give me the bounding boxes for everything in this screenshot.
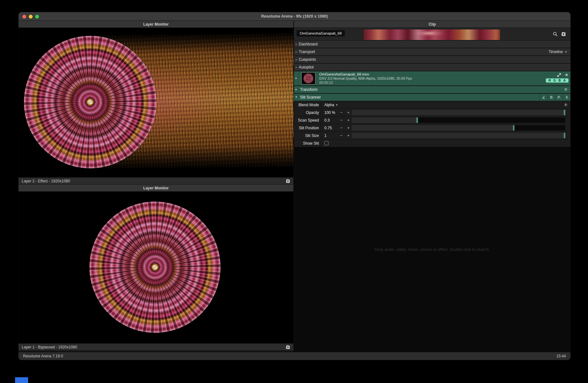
opacity-decrement-button[interactable]: − xyxy=(338,110,345,115)
param-slit-size: Slit Size 1 − + xyxy=(294,132,570,139)
clip-file-name: OmGaneshaGanapati_68.mov xyxy=(319,72,412,76)
layer-1-monitor-preview xyxy=(19,192,293,343)
clip-preview-filmstrip[interactable] xyxy=(364,29,500,40)
clip-file-info-row[interactable]: ▸ OmGaneshaGanapati_68.mov DXV 3.0 Norma… xyxy=(294,71,570,85)
expander-icon[interactable]: ▸ xyxy=(294,88,299,92)
scan-speed-slider[interactable] xyxy=(352,117,565,123)
slider-handle[interactable] xyxy=(416,117,418,123)
section-autopilot[interactable]: ▸ Autopilot xyxy=(294,64,570,71)
layer-2-monitor-preview xyxy=(19,28,293,177)
layer-2-label: Layer 2 - Effect - 1920x1080 xyxy=(22,179,70,183)
clip-file-timecode: 00:00:12 xyxy=(319,81,412,84)
layer-monitor-2-title: Layer Monitor xyxy=(143,22,168,27)
layer-1-settings-gear-icon[interactable] xyxy=(286,345,290,349)
slit-size-decrement-button[interactable]: − xyxy=(338,133,345,138)
traffic-lights xyxy=(22,12,39,21)
window-title: Resolume Arena - 9fx (1920 x 1080) xyxy=(261,14,328,19)
clip-name-field[interactable]: OmGaneshaGanapati_68 xyxy=(297,30,345,36)
layer-1-label: Layer 1 - Bypassed - 1920x1080 xyxy=(22,345,77,349)
channel-b[interactable]: B xyxy=(557,79,562,82)
layer-monitors-column: Layer Monitor Layer 2 - Effect - 1920x10… xyxy=(19,21,294,352)
chevron-down-icon: ▾ xyxy=(565,50,567,53)
background-window-fragment xyxy=(15,377,28,383)
effect-parameters: Blend Mode Alpha ▾ P. Opacity 100 % − + … xyxy=(294,101,570,147)
effect-drop-zone[interactable]: Drop audio, video, mask, source or effec… xyxy=(294,147,570,352)
clip-panel: Clip OmGaneshaGanapati_68 ▸ Dashboard ▸ … xyxy=(294,21,570,352)
effect-bypass-button[interactable]: B xyxy=(547,94,555,101)
slider-handle[interactable] xyxy=(513,125,514,131)
expander-icon[interactable]: ▸ xyxy=(294,50,299,53)
mandala-artwork xyxy=(24,36,156,168)
scan-speed-value[interactable]: 0.3 xyxy=(321,118,338,123)
show-slit-checkbox[interactable] xyxy=(324,141,329,145)
chevron-down-icon[interactable]: ▾ xyxy=(336,103,338,107)
clip-settings-gear-icon[interactable] xyxy=(561,32,566,36)
expander-icon[interactable]: ▸ xyxy=(294,76,299,80)
slit-size-value[interactable]: 1 xyxy=(321,133,338,138)
expander-icon[interactable]: ▾ xyxy=(294,95,299,99)
layer-monitor-1-title: Layer Monitor xyxy=(143,186,168,190)
status-bar: Resolume Arena 7.19.0 15:44 xyxy=(19,352,570,360)
blend-params-button[interactable]: P. xyxy=(565,103,570,107)
layer-monitor-1-header: Layer Monitor xyxy=(19,185,293,192)
expander-icon[interactable]: ▸ xyxy=(294,58,299,61)
clip-panel-title: Clip xyxy=(429,22,436,27)
layer-2-settings-gear-icon[interactable] xyxy=(286,179,290,183)
zoom-window-button[interactable] xyxy=(35,15,39,19)
layer-monitor-2-header: Layer Monitor xyxy=(19,21,293,28)
drop-hint-text: Drop audio, video, mask, source or effec… xyxy=(375,247,490,252)
app-window: Resolume Arena - 9fx (1920 x 1080) Layer… xyxy=(19,12,570,360)
slit-position-increment-button[interactable]: + xyxy=(345,125,352,130)
layer-2-status-bar: Layer 2 - Effect - 1920x1080 xyxy=(19,177,293,185)
slider-handle[interactable] xyxy=(564,133,565,138)
opacity-slider[interactable] xyxy=(352,110,565,115)
effect-remove-button[interactable]: X xyxy=(563,94,570,101)
clock-label: 15:44 xyxy=(556,354,566,358)
close-window-button[interactable] xyxy=(22,15,26,19)
effect-params-button[interactable]: P. xyxy=(555,94,563,101)
slit-position-value[interactable]: 0.75 xyxy=(321,126,338,130)
rgba-channel-toggle[interactable]: R G B A xyxy=(546,78,569,83)
param-slit-position: Slit Position 0.75 − + xyxy=(294,124,570,132)
scan-speed-increment-button[interactable]: + xyxy=(345,118,352,123)
expander-icon[interactable]: ▸ xyxy=(294,43,299,46)
transform-section-header[interactable]: ▸ Transform P. xyxy=(294,86,570,93)
scan-speed-decrement-button[interactable]: − xyxy=(338,118,345,123)
expander-icon[interactable]: ▸ xyxy=(294,66,299,69)
title-bar: Resolume Arena - 9fx (1920 x 1080) xyxy=(19,12,570,21)
param-opacity: Opacity 100 % − + xyxy=(294,109,570,116)
search-icon[interactable] xyxy=(553,32,558,36)
param-scan-speed: Scan Speed 0.3 − + xyxy=(294,116,570,124)
clip-file-meta: OmGaneshaGanapati_68.mov DXV 3.0 Normal … xyxy=(319,71,412,85)
slider-handle[interactable] xyxy=(564,110,565,115)
clip-panel-header: Clip xyxy=(294,21,570,28)
clip-file-format: DXV 3.0 Normal Quality, With Alpha, 1920… xyxy=(319,76,412,80)
mandala-artwork xyxy=(89,202,220,333)
opacity-value[interactable]: 100 % xyxy=(321,110,338,115)
transport-mode-dropdown[interactable]: Timeline ▾ xyxy=(549,50,570,54)
app-version-label: Resolume Arena 7.19.0 xyxy=(23,354,63,358)
channel-a[interactable]: A xyxy=(562,79,567,82)
opacity-increment-button[interactable]: + xyxy=(345,110,352,115)
slit-size-slider[interactable] xyxy=(352,133,565,138)
slit-scanner-section-header[interactable]: ▾ Slit Scanner ∠ B P. X xyxy=(294,94,570,101)
param-blend-mode: Blend Mode Alpha ▾ P. xyxy=(294,101,570,108)
slit-position-slider[interactable] xyxy=(352,125,565,131)
channel-g[interactable]: G xyxy=(552,79,557,82)
param-show-slit: Show Slit xyxy=(294,140,570,147)
minimize-window-button[interactable] xyxy=(29,15,33,19)
effect-envelope-button[interactable]: ∠ xyxy=(540,94,547,101)
layer-1-status-bar: Layer 1 - Bypassed - 1920x1080 xyxy=(19,343,293,351)
expand-fullscreen-icon[interactable] xyxy=(557,73,561,77)
channel-r[interactable]: R xyxy=(547,79,552,82)
close-clip-icon[interactable]: × xyxy=(565,73,568,77)
slit-size-increment-button[interactable]: + xyxy=(345,133,352,138)
blend-mode-dropdown[interactable]: Alpha xyxy=(321,103,334,107)
section-dashboard[interactable]: ▸ Dashboard xyxy=(294,41,570,48)
clip-thumbnail xyxy=(301,72,315,84)
slit-position-decrement-button[interactable]: − xyxy=(338,125,345,130)
section-transport[interactable]: ▸ Transport Timeline ▾ xyxy=(294,48,570,55)
section-cuepoints[interactable]: ▸ Cuepoints xyxy=(294,56,570,63)
transform-params-button[interactable]: P. xyxy=(562,88,570,92)
clip-name-row: OmGaneshaGanapati_68 xyxy=(294,28,570,41)
